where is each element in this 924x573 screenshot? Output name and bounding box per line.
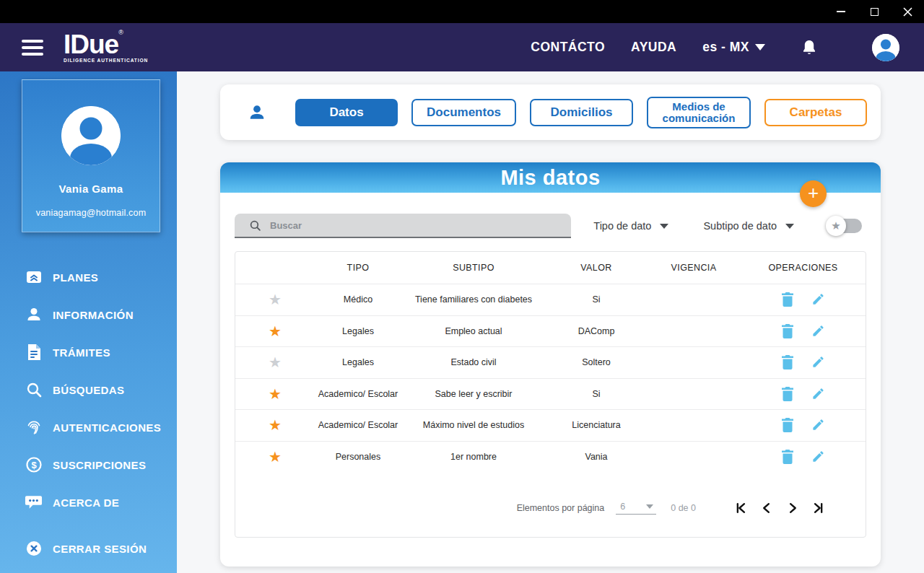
add-record-button[interactable]: + xyxy=(800,180,827,207)
delete-button[interactable] xyxy=(781,324,794,338)
menu-hamburger-icon[interactable] xyxy=(22,40,43,56)
table-row: ★ Academico/ Escolar Máximo nivel de est… xyxy=(235,409,866,441)
delete-button[interactable] xyxy=(781,355,794,369)
maximize-icon xyxy=(871,8,879,16)
sidebar-item-label: CERRAR SESIÓN xyxy=(53,543,147,555)
cell-valor: Vania xyxy=(546,452,647,462)
favorite-star-icon[interactable]: ★ xyxy=(269,354,282,370)
close-button[interactable] xyxy=(891,0,924,23)
delete-button[interactable] xyxy=(781,418,794,432)
last-page-button[interactable] xyxy=(811,501,826,515)
person-icon xyxy=(248,103,266,122)
edit-button[interactable] xyxy=(811,355,825,369)
trash-icon xyxy=(781,450,794,464)
locale-selector[interactable]: es - MX xyxy=(702,40,765,55)
favorite-star-icon[interactable]: ★ xyxy=(269,417,282,433)
search-icon xyxy=(249,219,261,232)
sidebar-item-cerrar-sesion[interactable]: CERRAR SESIÓN xyxy=(0,530,177,567)
tab-carpetas[interactable]: Carpetas xyxy=(764,99,867,126)
svg-text:$: $ xyxy=(31,460,37,471)
maximize-button[interactable] xyxy=(858,0,891,23)
cell-valor: DAComp xyxy=(546,326,647,336)
chevron-down-icon xyxy=(646,504,653,509)
sidebar-item-label: TRÁMITES xyxy=(53,346,110,359)
sidebar-item-autenticaciones[interactable]: AUTENTICACIONES xyxy=(0,408,177,446)
sidebar-item-tramites[interactable]: TRÁMITES xyxy=(0,333,177,371)
minimize-button[interactable] xyxy=(824,0,858,23)
app-logo: IDue® DILIGENCE AUTHENTICATION xyxy=(64,31,148,64)
last-page-icon xyxy=(811,501,826,515)
sidebar-item-acerca-de[interactable]: ACERCA DE xyxy=(0,484,177,521)
cell-subtipo: Sabe leer y escribir xyxy=(401,389,546,399)
sidebar-item-label: INFORMACIÓN xyxy=(53,309,134,321)
sidebar-item-label: PLANES xyxy=(53,271,98,284)
document-icon xyxy=(25,344,43,361)
fingerprint-icon xyxy=(25,419,43,436)
pencil-icon xyxy=(811,450,825,463)
first-page-icon xyxy=(733,501,748,515)
logo-tagline: DILIGENCE AUTHENTICATION xyxy=(64,58,148,64)
column-header-tipo: TIPO xyxy=(315,263,401,273)
cell-subtipo: Empleo actual xyxy=(401,326,546,336)
star-icon: ★ xyxy=(826,216,846,236)
cell-tipo: Legales xyxy=(315,326,401,336)
favorite-star-icon[interactable]: ★ xyxy=(269,323,282,339)
sidebar-item-busquedas[interactable]: BÚSQUEDAS xyxy=(0,371,177,408)
nav-contact-link[interactable]: CONTÁCTO xyxy=(531,40,605,55)
data-table: TIPO SUBTIPO VALOR VIGENCIA OPERACIONES … xyxy=(235,251,866,538)
search-input[interactable] xyxy=(270,220,544,231)
next-page-button[interactable] xyxy=(785,501,800,515)
filter-tipo-de-dato[interactable]: Tipo de dato xyxy=(593,220,668,232)
sidebar: Vania Gama vaniagamag@hotmail.com PLANES… xyxy=(0,71,177,573)
previous-page-button[interactable] xyxy=(759,501,774,515)
main-content: Datos Documentos Domicilios Medios de co… xyxy=(177,71,924,573)
items-per-page-select[interactable]: 6 xyxy=(616,502,656,515)
sidebar-item-label: ACERCA DE xyxy=(53,497,119,509)
sidebar-item-informacion[interactable]: INFORMACIÓN xyxy=(0,296,177,333)
delete-button[interactable] xyxy=(781,292,794,307)
nav-help-link[interactable]: AYUDA xyxy=(631,40,676,55)
search-box[interactable] xyxy=(235,214,571,238)
delete-button[interactable] xyxy=(781,387,794,401)
tab-domicilios[interactable]: Domicilios xyxy=(530,99,633,126)
tab-datos[interactable]: Datos xyxy=(295,99,398,126)
sidebar-item-label: SUSCRIPCIONES xyxy=(53,459,146,471)
trash-icon xyxy=(781,292,794,307)
trash-icon xyxy=(781,387,794,401)
profile-name: Vania Gama xyxy=(58,183,123,195)
edit-button[interactable] xyxy=(811,387,825,401)
edit-button[interactable] xyxy=(811,418,825,432)
tab-documentos[interactable]: Documentos xyxy=(411,99,516,126)
first-page-button[interactable] xyxy=(733,501,748,515)
sidebar-item-suscripciones[interactable]: $ SUSCRIPCIONES xyxy=(0,446,177,484)
filter-subtipo-de-dato[interactable]: Subtipo de dato xyxy=(703,220,794,232)
cell-valor: Licenciatura xyxy=(546,420,647,430)
pencil-icon xyxy=(811,355,825,369)
table-row: ★ Legales Empleo actual DAComp xyxy=(235,315,866,347)
favorite-star-icon[interactable]: ★ xyxy=(269,386,282,402)
sidebar-item-planes[interactable]: PLANES xyxy=(0,258,177,296)
logo-title: IDue xyxy=(64,30,118,59)
favorite-star-icon[interactable]: ★ xyxy=(269,292,282,307)
app-window: IDue® DILIGENCE AUTHENTICATION CONTÁCTO … xyxy=(0,0,924,573)
edit-button[interactable] xyxy=(811,324,825,338)
locale-value: es - MX xyxy=(702,40,749,55)
profile-card: Vania Gama vaniagamag@hotmail.com xyxy=(22,79,160,232)
tab-medios-de-comunicacion[interactable]: Medios de comunicación xyxy=(647,97,751,128)
table-row: ★ Médico Tiene familiares con diabetes S… xyxy=(235,284,866,315)
pencil-icon xyxy=(811,418,825,432)
user-avatar[interactable] xyxy=(872,34,899,61)
edit-button[interactable] xyxy=(811,450,825,464)
favorite-star-icon[interactable]: ★ xyxy=(269,449,282,465)
delete-button[interactable] xyxy=(781,450,794,464)
registered-mark: ® xyxy=(118,29,123,36)
page-range: 0 de 0 xyxy=(671,503,696,513)
cell-tipo: Academico/ Escolar xyxy=(315,389,401,399)
favorites-toggle[interactable]: ★ xyxy=(833,219,862,233)
items-per-page-label: Elementos por página xyxy=(517,503,605,513)
chevron-left-icon xyxy=(759,501,774,515)
plans-icon xyxy=(25,268,43,286)
column-header-operaciones: OPERACIONES xyxy=(741,263,866,273)
edit-button[interactable] xyxy=(811,292,825,307)
notifications-button[interactable] xyxy=(801,39,817,56)
